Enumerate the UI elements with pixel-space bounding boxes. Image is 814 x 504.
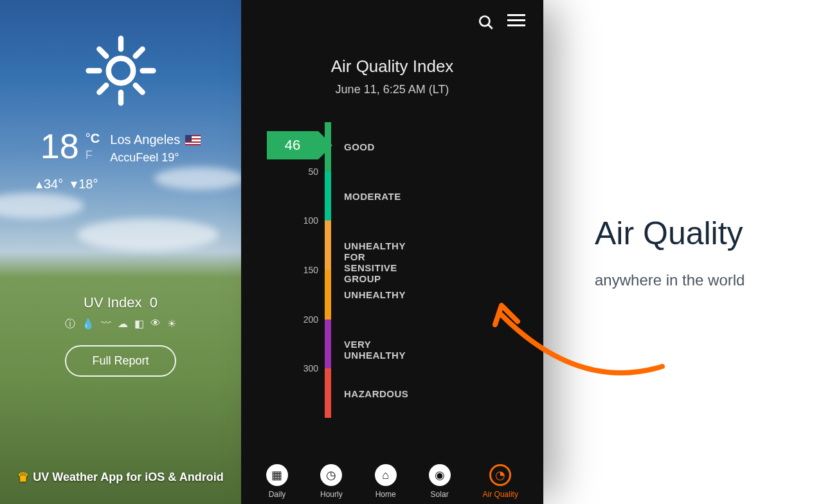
promo-banner[interactable]: ♛ UV Weather App for iOS & Android [0,469,241,485]
svg-line-6 [135,86,142,93]
unit-toggle[interactable]: °C F [86,131,100,162]
sunrise-icon[interactable]: ☀ [167,318,176,331]
nav-item-solar[interactable]: ◉Solar [429,464,451,499]
aqi-tick: 150 [303,265,318,275]
aqi-segment [325,172,331,221]
menu-icon[interactable] [507,14,525,31]
cloud-icon[interactable]: ☁ [118,318,128,331]
aqi-tick: 200 [303,314,318,325]
uv-index-label: UV Index [84,294,142,310]
svg-line-10 [488,24,493,29]
svg-line-7 [99,86,106,93]
nav-label: Solar [431,490,449,499]
pressure-icon[interactable]: ◧ [134,318,144,331]
wind-icon[interactable]: 〰 [101,318,111,331]
high-temp: 34° [44,177,63,192]
arrow-icon [482,276,675,405]
nav-item-hourly[interactable]: ◷Hourly [320,464,343,499]
aqi-tick: 50 [308,166,318,177]
aqi-segment-label: HAZARDOUS [344,388,408,399]
aqi-segment-label: UNHEALTHY FOR SENSITIVE GROUP [344,240,406,284]
degree-symbol: °C [86,131,100,146]
nav-label: Hourly [320,490,343,499]
info-icon[interactable]: ⓘ [65,318,75,331]
nav-icon: ◷ [320,464,342,486]
aqi-timestamp: June 11, 6:25 AM (LT) [241,83,543,96]
aqi-panel: Air Quality Index June 11, 6:25 AM (LT) … [241,0,543,504]
temp-row: 18 °C F Los Angeles AccuFeel 19° [41,129,201,165]
location-block: Los Angeles AccuFeel 19° [110,132,201,165]
weather-panel: 18 °C F Los Angeles AccuFeel 19° ▴34° ▾1… [0,0,241,504]
unit-f[interactable]: F [86,148,100,162]
aqi-segment [325,270,331,320]
svg-line-5 [99,49,106,56]
detail-icon-row[interactable]: ⓘ 💧 〰 ☁ ◧ 👁 ☀ [65,318,176,331]
droplet-icon[interactable]: 💧 [82,318,95,331]
aqi-segment [325,320,331,369]
sun-icon [82,32,159,109]
crown-icon: ♛ [17,469,29,485]
aqi-segment [325,368,331,418]
aqi-segment-label: VERY UNHEALTHY [344,339,406,361]
uv-block: UV Index 0 ⓘ 💧 〰 ☁ ◧ 👁 ☀ Full Report [65,294,176,377]
svg-point-0 [108,59,132,83]
full-report-button[interactable]: Full Report [65,345,176,377]
aqi-title: Air Quality Index [241,57,543,76]
aqi-header [241,0,543,31]
aqi-segment-label: UNHEALTHY [344,289,406,300]
accufeel-label: AccuFeel 19° [110,151,201,165]
cloud-decor [154,167,244,190]
aqi-current-pointer: 46 [267,131,318,159]
bottom-nav: ▦Daily◷Hourly⌂Home◉Solar◔Air Quality [241,458,543,504]
aqi-tick: 100 [303,215,318,226]
aqi-segment-label: MODERATE [344,191,401,202]
nav-item-air-quality[interactable]: ◔Air Quality [483,464,518,499]
nav-icon: ◉ [429,464,451,486]
high-arrow-icon: ▴ [36,176,42,192]
nav-label: Air Quality [483,490,518,499]
cloud-decor [77,219,219,251]
aqi-tick: 300 [303,363,318,374]
nav-icon: ▦ [266,464,288,486]
nav-icon: ⌂ [375,464,397,486]
callout-title: Air Quality [595,215,814,252]
nav-item-daily[interactable]: ▦Daily [266,464,288,499]
flag-icon [185,135,201,145]
nav-label: Daily [269,490,286,499]
search-icon[interactable] [478,14,494,31]
low-temp: 18° [78,177,98,192]
low-arrow-icon: ▾ [71,176,77,192]
visibility-icon[interactable]: 👁 [150,318,161,331]
nav-icon: ◔ [489,464,511,486]
callout-panel: Air Quality anywhere in the world [543,0,814,504]
promo-text: UV Weather App for iOS & Android [33,471,223,484]
aqi-segment [325,221,331,270]
nav-label: Home [375,490,396,499]
uv-index-value: 0 [150,294,158,310]
cloud-decor [0,193,84,219]
high-low: ▴34° ▾18° [36,176,98,192]
aqi-segment-label: GOOD [344,141,375,152]
location-name: Los Angeles [110,132,180,147]
aqi-segment [325,122,331,172]
current-temp: 18 [41,129,79,163]
nav-item-home[interactable]: ⌂Home [375,464,397,499]
svg-point-9 [480,16,489,26]
svg-line-8 [135,49,142,56]
